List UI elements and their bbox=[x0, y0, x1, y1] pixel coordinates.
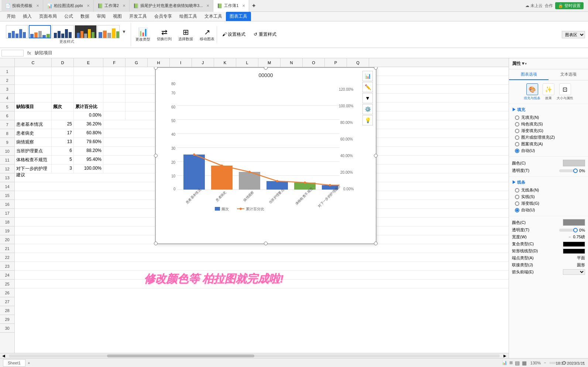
compound-swatch[interactable] bbox=[563, 242, 585, 247]
scroll-thumb-h[interactable] bbox=[107, 354, 254, 357]
subtab-fill[interactable]: 🎨 填充与线条 bbox=[524, 83, 540, 101]
sheet-tab[interactable]: Sheet1 bbox=[3, 359, 25, 367]
tab-data[interactable]: 数据 bbox=[77, 12, 93, 21]
line-gradient[interactable]: 渐变线(G) bbox=[515, 201, 585, 206]
horizontal-scrollbar[interactable]: ◀ ▶ bbox=[0, 353, 509, 358]
tab-draw[interactable]: 绘图工具 bbox=[176, 12, 201, 21]
fill-auto[interactable]: 自动(U) bbox=[515, 148, 585, 153]
svg-point-52 bbox=[304, 181, 306, 184]
handle-bl[interactable] bbox=[154, 242, 158, 245]
svg-rect-5 bbox=[30, 34, 34, 38]
panel-tab-chart[interactable]: 图表选项 bbox=[509, 69, 549, 80]
dash-swatch[interactable] bbox=[563, 249, 585, 254]
tab-insert[interactable]: 插入 bbox=[19, 12, 35, 21]
add-sheet-button[interactable]: + bbox=[25, 360, 32, 366]
line-minus[interactable]: － bbox=[568, 234, 572, 240]
view-icon-3[interactable]: ▤ bbox=[515, 360, 520, 366]
chart-light-icon[interactable]: 💡 bbox=[362, 115, 373, 125]
chart-area-selector[interactable]: 图表区 bbox=[562, 31, 585, 38]
tab-start[interactable]: 开始 bbox=[3, 12, 19, 21]
handle-bc[interactable] bbox=[264, 242, 268, 245]
tab-workbook1[interactable]: 📗 工作薄1 ✕ bbox=[213, 0, 249, 12]
panel-tab-text[interactable]: 文本选项 bbox=[549, 69, 588, 80]
handle-mr[interactable] bbox=[374, 154, 378, 157]
view-icon-2[interactable]: ⊞ bbox=[509, 360, 513, 365]
tab-developer[interactable]: 开发工具 bbox=[125, 12, 151, 21]
scroll-left[interactable]: ◀ bbox=[0, 354, 7, 358]
login-btn[interactable]: 🔒 登时设置 bbox=[555, 2, 584, 9]
line-auto[interactable]: 自动(U) bbox=[515, 207, 585, 213]
transparency-slider-thumb[interactable] bbox=[573, 169, 578, 173]
tab-formula[interactable]: 公式 bbox=[61, 12, 77, 21]
right-panel: 属性 ▾ ▾ 图表选项 文本选项 🎨 填充与线条 ✨ 效果 bbox=[509, 58, 588, 358]
chart-style-1[interactable] bbox=[6, 25, 28, 38]
handle-ml[interactable] bbox=[154, 154, 158, 157]
close-tab-wb2[interactable]: ✕ bbox=[123, 4, 125, 8]
tab-layout[interactable]: 页面布局 bbox=[35, 12, 61, 21]
switch-rowcol-btn[interactable]: ⇄ 切换行列 bbox=[155, 26, 174, 43]
close-tab-pptx[interactable]: ✕ bbox=[87, 4, 90, 8]
tab-chart[interactable]: 图表工具 bbox=[226, 12, 251, 21]
line-section-title[interactable]: ▶ 线条 bbox=[512, 180, 585, 185]
chart-style-more[interactable]: ▼ bbox=[120, 25, 128, 38]
fill-pattern[interactable]: 图案填充(A) bbox=[515, 141, 585, 147]
row-28: 28 bbox=[0, 306, 14, 315]
name-box[interactable] bbox=[1, 50, 24, 56]
close-tab-template[interactable]: ✕ bbox=[36, 4, 39, 8]
chart-data-icon[interactable]: 📊 bbox=[362, 71, 373, 81]
fill-none[interactable]: 无填充(N) bbox=[515, 115, 585, 120]
add-tab-button[interactable]: ✦ bbox=[249, 0, 258, 12]
chart-container[interactable]: 00000 📊 ✏️ ▼ ⚙️ 💡 0 bbox=[155, 67, 376, 244]
tab-member[interactable]: 会员专享 bbox=[151, 12, 176, 21]
line-transparency-thumb[interactable] bbox=[573, 228, 578, 232]
svg-text:20: 20 bbox=[171, 160, 176, 165]
handle-br[interactable] bbox=[374, 242, 378, 245]
fill-section-title[interactable]: ▶ 填充 bbox=[512, 107, 585, 112]
select-data-btn[interactable]: ⊞ 选择数据 bbox=[176, 26, 195, 43]
fill-gradient[interactable]: 渐变填充(G) bbox=[515, 128, 585, 134]
bar-4[interactable] bbox=[267, 181, 288, 190]
subtab-size[interactable]: ⊡ 大小与属性 bbox=[557, 83, 573, 101]
reset-style-btn[interactable]: ↺ 重置样式 bbox=[251, 30, 279, 39]
chart-style-4[interactable] bbox=[75, 25, 97, 38]
bar-1[interactable] bbox=[183, 155, 205, 190]
chart-edit-icon[interactable]: ✏️ bbox=[362, 82, 373, 92]
tab-review[interactable]: 审阅 bbox=[93, 12, 109, 21]
zoom-minus[interactable]: － bbox=[543, 360, 547, 366]
tab-pptx[interactable]: 📊 柏拉图流程.pptx ✕ bbox=[43, 0, 94, 12]
svg-text:累计百分比: 累计百分比 bbox=[246, 207, 264, 211]
chart-filter-icon[interactable]: ▼ bbox=[362, 93, 373, 103]
subtab-effect[interactable]: ✨ 效果 bbox=[543, 83, 554, 101]
chart-area-dropdown[interactable]: 图表区 bbox=[562, 31, 585, 38]
line-color-swatch[interactable] bbox=[563, 219, 585, 226]
svg-text:0: 0 bbox=[173, 187, 176, 191]
tab-nurse[interactable]: 📗 插尾护士对危重患者病情知晓率3... ✕ bbox=[130, 0, 213, 12]
view-icon-4[interactable]: ▦ bbox=[522, 360, 527, 366]
scroll-right[interactable]: ▶ bbox=[501, 354, 509, 358]
line-none[interactable]: 无线条(N) bbox=[515, 187, 585, 193]
chart-style-2[interactable] bbox=[29, 25, 51, 38]
change-type-btn[interactable]: 📊 更改类型 bbox=[133, 26, 152, 44]
close-tab-nurse[interactable]: ✕ bbox=[206, 4, 209, 8]
tab-workbook2[interactable]: 📗 工作薄2 ✕ bbox=[94, 0, 130, 12]
set-format-btn[interactable]: 🖌 设置格式 bbox=[219, 30, 248, 39]
chart-settings-icon[interactable]: ⚙️ bbox=[362, 104, 373, 114]
tab-text[interactable]: 文本工具 bbox=[201, 12, 226, 21]
chart-style-5[interactable] bbox=[97, 25, 120, 38]
cell-r10c1: 当班护理要点 bbox=[15, 147, 52, 155]
close-tab-wb1[interactable]: ✕ bbox=[242, 4, 245, 8]
move-chart-btn[interactable]: ↗ 移动图表 bbox=[197, 26, 217, 43]
chart-style-3[interactable] bbox=[52, 25, 74, 38]
line-solid[interactable]: 实线(S) bbox=[515, 194, 585, 200]
fx-button[interactable]: fx bbox=[25, 49, 33, 56]
view-icon-1[interactable]: 📊 bbox=[502, 360, 507, 365]
arrow-dropdown[interactable] bbox=[563, 269, 585, 275]
fill-solid[interactable]: 纯色填充(S) bbox=[515, 121, 585, 127]
bar-2[interactable] bbox=[211, 166, 233, 190]
tab-template[interactable]: 📄 投稿壳模板 ✕ bbox=[1, 0, 43, 12]
arrow-label: 箭头前端(E) bbox=[512, 269, 534, 275]
collaborate-btn[interactable]: 合作 bbox=[545, 3, 553, 8]
fill-picture[interactable]: 图片或纹理填充(Z) bbox=[515, 135, 585, 140]
tab-view[interactable]: 视图 bbox=[109, 12, 125, 21]
fill-color-swatch[interactable] bbox=[563, 160, 585, 166]
